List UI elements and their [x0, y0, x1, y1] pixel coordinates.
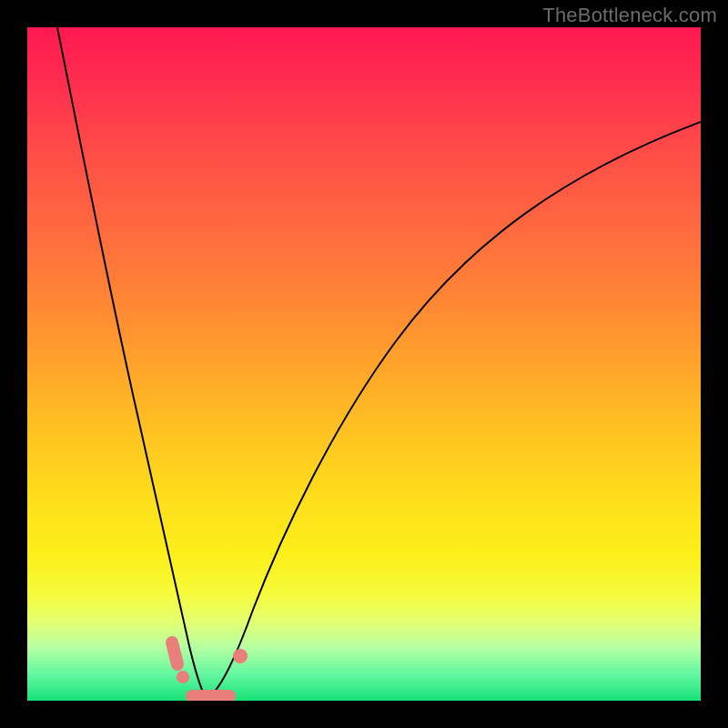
chart-stage: TheBottleneck.com — [0, 0, 728, 728]
marker-dot — [233, 649, 248, 663]
marker-cap-left — [172, 642, 177, 664]
marker-dot — [177, 671, 189, 683]
plot-area — [27, 27, 701, 701]
marker-group — [172, 642, 248, 701]
watermark-text: TheBottleneck.com — [542, 4, 717, 27]
plot-svg — [27, 27, 701, 701]
curve-right-branch — [207, 122, 701, 699]
curve-left-branch — [57, 27, 207, 699]
